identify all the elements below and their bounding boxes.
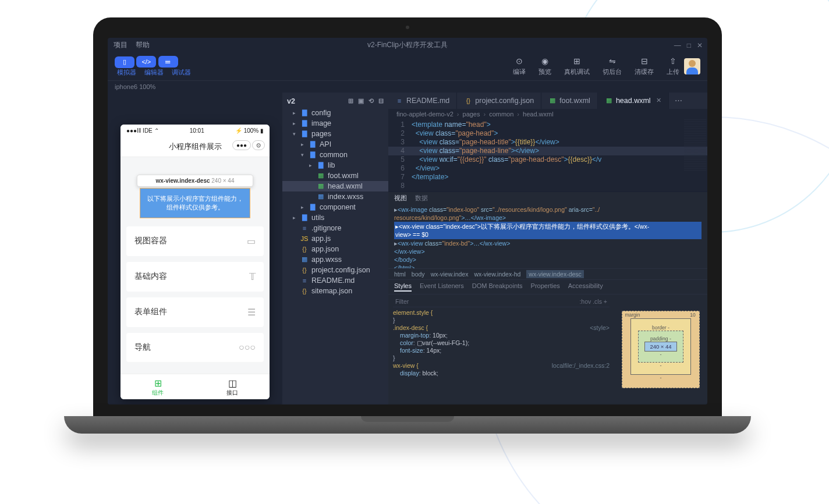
line-number: 7 bbox=[388, 173, 412, 182]
minimap[interactable] bbox=[684, 119, 706, 172]
toolbar-action-清缓存[interactable]: ⊟清缓存 bbox=[635, 56, 654, 76]
tab-overflow-icon[interactable]: ⋯ bbox=[669, 96, 688, 105]
component-item[interactable]: 表单组件☰ bbox=[126, 297, 264, 327]
devtools-tab[interactable]: DOM Breakpoints bbox=[472, 282, 523, 292]
editor-tab[interactable]: {}project.config.json bbox=[457, 93, 541, 109]
tab-view[interactable]: 视图 bbox=[394, 194, 407, 203]
tree-item[interactable]: ▸▇component bbox=[282, 202, 388, 212]
dom-crumb[interactable]: body bbox=[412, 271, 425, 278]
breadcrumb-item[interactable]: common bbox=[489, 111, 513, 118]
tree-item[interactable]: ▸▇utils bbox=[282, 212, 388, 223]
dom-crumb[interactable]: wx-view.index-desc bbox=[526, 270, 583, 278]
file-name: component bbox=[320, 203, 356, 211]
dom-line[interactable]: resources/kind/logo.png">…</wx-image> bbox=[394, 214, 702, 222]
dom-crumb[interactable]: wx-view.index-hd bbox=[474, 271, 520, 278]
capsule-close-icon[interactable]: ⊙ bbox=[252, 140, 265, 150]
breadcrumb-item[interactable]: pages bbox=[463, 111, 480, 118]
tree-item[interactable]: ▾▇common bbox=[282, 150, 388, 160]
capsule-more-icon[interactable]: ●●● bbox=[232, 140, 251, 150]
devtools-tab[interactable]: Accessibility bbox=[568, 282, 603, 292]
new-folder-icon[interactable]: ▣ bbox=[358, 97, 364, 105]
tree-item[interactable]: ▸▇lib bbox=[282, 160, 388, 171]
toolbar-action-上传[interactable]: ⇧上传 bbox=[667, 56, 679, 76]
dom-line[interactable]: </wx-view> bbox=[394, 247, 702, 255]
tree-item[interactable]: {}app.json bbox=[282, 244, 388, 254]
mode-simulator-button[interactable]: ▯ bbox=[115, 56, 134, 68]
tree-item[interactable]: ▩foot.wxml bbox=[282, 171, 388, 181]
component-item[interactable]: 视图容器▭ bbox=[126, 226, 264, 256]
component-label: 基础内容 bbox=[134, 271, 167, 282]
breadcrumb-item[interactable]: fino-applet-demo-v2 bbox=[396, 111, 454, 118]
tab-data[interactable]: 数据 bbox=[415, 194, 428, 203]
close-icon[interactable]: ✕ bbox=[697, 41, 703, 49]
toolbar-action-真机调试[interactable]: ⊞真机调试 bbox=[564, 56, 590, 76]
dom-line[interactable]: ▸<wx-view class="index-desc">以下将展示小程序官方组… bbox=[394, 222, 702, 239]
tree-item[interactable]: ▸▇config bbox=[282, 108, 388, 118]
styles-pane[interactable]: Filter :hov .cls + element.style { } .in… bbox=[388, 294, 614, 405]
dom-line[interactable]: ▸<wx-image class="index-logo" src="../re… bbox=[394, 205, 702, 214]
avatar[interactable] bbox=[684, 58, 700, 74]
tree-item[interactable]: ▩head.wxml bbox=[282, 181, 388, 191]
toolbar-label: 清缓存 bbox=[635, 68, 654, 76]
maximize-icon[interactable]: □ bbox=[687, 41, 691, 49]
file-name: sitemap.json bbox=[311, 287, 352, 295]
tabbar-item[interactable]: ◫接口 bbox=[195, 374, 270, 399]
dom-line[interactable]: </body> bbox=[394, 255, 702, 264]
tree-item[interactable]: ▸▇API bbox=[282, 139, 388, 150]
tab-close-icon[interactable]: ✕ bbox=[656, 97, 661, 104]
tree-item[interactable]: ▩index.wxss bbox=[282, 191, 388, 202]
dom-inspector[interactable]: ▸<wx-image class="index-logo" src="../re… bbox=[388, 204, 707, 268]
toolbar: ▯ </> ⩸ 模拟器 编辑器 调试器 ⊙编译◉预览⊞真机调试⇋切后台⊟清缓存⇧… bbox=[108, 52, 707, 80]
component-item[interactable]: 导航○○○ bbox=[126, 333, 264, 362]
mode-editor-button[interactable]: </> bbox=[136, 56, 156, 68]
toolbar-action-切后台[interactable]: ⇋切后台 bbox=[603, 56, 622, 76]
component-icon: ☰ bbox=[247, 307, 256, 318]
file-icon: ≡ bbox=[300, 225, 309, 232]
editor-tab[interactable]: ≡README.md bbox=[388, 93, 457, 109]
file-name: lib bbox=[328, 161, 335, 169]
editor-tab[interactable]: ▩head.wxml✕ bbox=[598, 93, 669, 109]
component-icon: 𝕋 bbox=[249, 271, 256, 282]
devtools-tab[interactable]: Event Listeners bbox=[420, 282, 464, 292]
styles-filter-controls[interactable]: :hov .cls + bbox=[579, 298, 607, 306]
dom-crumb[interactable]: wx-view.index bbox=[431, 271, 469, 278]
tree-item[interactable]: {}sitemap.json bbox=[282, 286, 388, 296]
toolbar-icon: ⇋ bbox=[609, 56, 616, 66]
refresh-icon[interactable]: ⟲ bbox=[369, 97, 374, 105]
collapse-icon[interactable]: ⊟ bbox=[378, 97, 384, 105]
dom-line[interactable]: </html> bbox=[394, 264, 702, 268]
tabbar-item[interactable]: ⊞组件 bbox=[121, 374, 195, 399]
styles-filter-input[interactable]: Filter bbox=[395, 298, 409, 306]
tree-item[interactable]: ≡README.md bbox=[282, 275, 388, 286]
new-file-icon[interactable]: ⊞ bbox=[348, 97, 353, 105]
line-number: 4 bbox=[388, 147, 412, 155]
devtools-tab[interactable]: Styles bbox=[394, 282, 412, 292]
toolbar-action-预览[interactable]: ◉预览 bbox=[539, 56, 551, 76]
dom-crumb[interactable]: html bbox=[394, 271, 406, 278]
dom-line[interactable]: ▸<wx-view class="index-bd">…</wx-view> bbox=[394, 239, 702, 247]
toolbar-action-编译[interactable]: ⊙编译 bbox=[513, 56, 526, 76]
mode-debugger-button[interactable]: ⩸ bbox=[158, 56, 178, 68]
tree-item[interactable]: ▩app.wxss bbox=[282, 254, 388, 265]
device-info: iphone6 100% bbox=[108, 80, 707, 93]
tree-item[interactable]: ≡.gitignore bbox=[282, 223, 388, 233]
component-item[interactable]: 基础内容𝕋 bbox=[126, 262, 264, 292]
minimize-icon[interactable]: — bbox=[674, 41, 681, 49]
file-name: app.json bbox=[311, 245, 339, 253]
toolbar-label: 编译 bbox=[513, 68, 526, 76]
menu-help[interactable]: 帮助 bbox=[136, 40, 150, 50]
mode-buttons: ▯ </> ⩸ 模拟器 编辑器 调试器 bbox=[115, 56, 191, 77]
status-time: 10:01 bbox=[190, 127, 204, 134]
toolbar-label: 预览 bbox=[539, 68, 551, 76]
code-editor[interactable]: 1<template name="head">2 <view class="pa… bbox=[388, 119, 707, 191]
tree-item[interactable]: {}project.config.json bbox=[282, 265, 388, 275]
tree-item[interactable]: JSapp.js bbox=[282, 233, 388, 244]
tree-item[interactable]: ▾▇pages bbox=[282, 129, 388, 139]
file-icon: ▇ bbox=[300, 130, 309, 137]
editor-tab[interactable]: ▩foot.wxml bbox=[541, 93, 598, 109]
breadcrumb-item[interactable]: head.wxml bbox=[523, 111, 554, 118]
phone-header: 小程序组件展示 ●●● ⊙ bbox=[121, 137, 270, 157]
tree-item[interactable]: ▸▇image bbox=[282, 118, 388, 129]
devtools-tab[interactable]: Properties bbox=[531, 282, 560, 292]
menu-project[interactable]: 项目 bbox=[114, 40, 127, 50]
